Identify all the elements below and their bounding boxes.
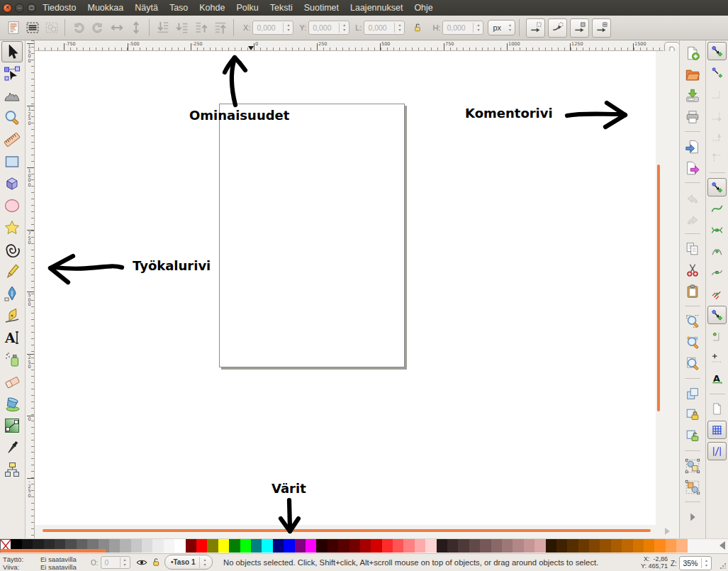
palette-swatch[interactable] <box>262 539 272 553</box>
zoom-spinner[interactable]: ▴▾ <box>701 558 711 568</box>
snap-text-baseline-button[interactable]: A <box>707 370 727 388</box>
selector-tool-button[interactable] <box>1 41 23 62</box>
horizontal-scrollbar[interactable] <box>43 529 651 532</box>
palette-swatch[interactable] <box>120 539 130 553</box>
palette-swatch[interactable] <box>142 539 152 553</box>
pencil-tool-button[interactable] <box>1 261 23 282</box>
zoom-input[interactable]: 35% ▴▾ <box>679 556 712 570</box>
palette-swatch[interactable] <box>633 539 644 553</box>
open-folder-button[interactable] <box>683 65 702 84</box>
guides-icon-button[interactable] <box>707 442 727 460</box>
palette-swatch[interactable] <box>229 539 240 553</box>
opacity-input[interactable]: 0 ▴▾ <box>101 556 130 569</box>
calligraphy-tool-button[interactable] <box>1 305 23 326</box>
minimize-button[interactable]: – <box>15 4 24 13</box>
lower-one-button[interactable] <box>172 18 191 38</box>
hscroll-right-arrow[interactable] <box>665 528 670 535</box>
opacity-spinner[interactable]: ▴▾ <box>120 558 130 567</box>
palette-swatch[interactable] <box>546 539 556 553</box>
palette-swatch[interactable] <box>676 539 687 553</box>
palette-swatch[interactable] <box>382 539 393 553</box>
palette-scrollbar[interactable] <box>0 549 106 553</box>
document-page[interactable] <box>219 104 405 367</box>
palette-swatch[interactable] <box>295 539 306 553</box>
palette-swatch[interactable] <box>403 539 414 553</box>
layer-spinner[interactable]: ▴▾ <box>199 557 209 568</box>
palette-swatch[interactable] <box>458 539 469 553</box>
text-tool-button[interactable]: A <box>1 327 23 348</box>
menu-polku[interactable]: Polku <box>236 0 258 16</box>
unit-dropdown[interactable]: px ▴▾ <box>488 20 515 35</box>
palette-scroll-arrow[interactable] <box>719 541 725 550</box>
palette-swatch[interactable] <box>556 539 567 553</box>
clone-icon-button[interactable] <box>683 405 702 424</box>
node-tool-button[interactable] <box>1 63 23 84</box>
raise-to-top-button[interactable] <box>211 18 230 38</box>
palette-swatch[interactable] <box>534 539 545 553</box>
vertical-ruler[interactable]: 1500125010007505002500-250 <box>26 40 35 538</box>
select-all-button[interactable] <box>4 18 23 38</box>
height-input[interactable]: 0,000 ▴▾ <box>442 21 483 35</box>
move-patterns-toggle-button[interactable] <box>592 18 611 38</box>
horizontal-ruler[interactable]: -750-500-2500250500750100012501500 <box>35 40 663 51</box>
new-document-button[interactable] <box>683 43 702 62</box>
print-document-button[interactable] <box>683 107 702 126</box>
flip-horizontal-button[interactable] <box>107 18 126 38</box>
palette-swatch[interactable] <box>425 539 436 553</box>
rotate-ccw-button[interactable] <box>69 18 88 38</box>
palette-swatch[interactable] <box>207 539 218 553</box>
menu-muokkaa[interactable]: Muokkaa <box>87 0 123 16</box>
lock-ratio-icon[interactable] <box>408 18 427 38</box>
palette-swatch[interactable] <box>654 539 665 553</box>
redo-arrow-button[interactable] <box>683 209 702 228</box>
palette-swatch[interactable] <box>589 539 600 553</box>
palette-swatch[interactable] <box>393 539 403 553</box>
palette-swatch[interactable] <box>349 539 360 553</box>
scale-stroke-toggle-button[interactable] <box>526 18 545 38</box>
palette-swatch[interactable] <box>218 539 229 553</box>
spiral-tool-button[interactable] <box>1 239 23 260</box>
menu-suotimet[interactable]: Suotimet <box>304 0 339 16</box>
snap-bbox-corners-button[interactable] <box>707 106 727 124</box>
fill-value[interactable]: Ei saatavilla <box>40 555 77 563</box>
move-gradients-toggle-button[interactable] <box>570 18 589 38</box>
palette-swatch[interactable] <box>666 539 676 553</box>
palette-swatch[interactable] <box>371 539 381 553</box>
y-spinner[interactable]: ▴▾ <box>339 23 349 33</box>
zoom-selection-button[interactable] <box>683 311 702 331</box>
maximize-button[interactable]: ▢ <box>27 4 36 13</box>
snap-paths-button[interactable] <box>707 199 727 218</box>
palette-swatch[interactable] <box>578 539 589 553</box>
flip-vertical-button[interactable] <box>126 18 145 38</box>
zoom-drawing-button[interactable] <box>683 333 702 352</box>
dropper-tool-button[interactable] <box>1 437 23 458</box>
ellipse-tool-button[interactable] <box>1 195 23 216</box>
menu-taso[interactable]: Taso <box>169 0 188 16</box>
layer-selector[interactable]: •Taso 1 ▴▾ <box>164 555 213 570</box>
vertical-scrollbar[interactable] <box>657 165 660 411</box>
palette-swatch[interactable] <box>622 539 632 553</box>
layer-lock-icon[interactable] <box>151 557 162 567</box>
palette-swatch[interactable] <box>338 539 349 553</box>
palette-swatch[interactable] <box>164 539 174 553</box>
palette-swatch[interactable] <box>469 539 480 553</box>
snap-rotation-centers-button[interactable] <box>707 327 727 345</box>
lower-to-bottom-button[interactable] <box>153 18 172 38</box>
paste-icon-button[interactable] <box>683 282 702 301</box>
palette-swatch[interactable] <box>437 539 447 553</box>
snap-bbox-edges-button[interactable] <box>707 84 727 103</box>
height-spinner[interactable]: ▴▾ <box>473 23 483 33</box>
palette-swatch[interactable] <box>502 539 513 553</box>
connector-tool-button[interactable] <box>1 459 23 480</box>
palette-swatch[interactable] <box>251 539 262 553</box>
menu-laajennukset[interactable]: Laajennukset <box>350 0 403 16</box>
menu-teksti[interactable]: Teksti <box>270 0 293 16</box>
raise-one-button[interactable] <box>191 18 211 38</box>
stroke-value[interactable]: Ei saatavilla <box>40 563 77 571</box>
spray-tool-button[interactable] <box>1 349 23 370</box>
save-document-button[interactable] <box>683 86 702 105</box>
snap-midpoints-button[interactable] <box>707 284 727 303</box>
snap-object-centers-button[interactable] <box>707 306 727 324</box>
fill-stroke-dialog-button[interactable] <box>683 456 702 475</box>
palette-swatch[interactable] <box>174 539 185 553</box>
